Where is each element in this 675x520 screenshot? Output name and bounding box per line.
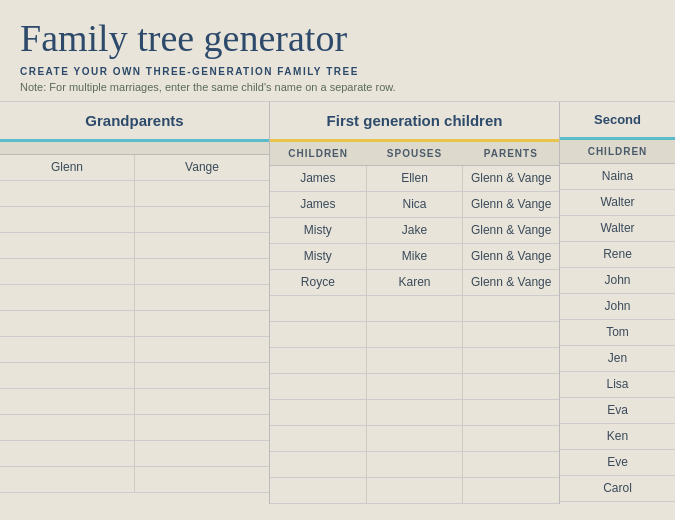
table-row: [0, 259, 269, 285]
table-cell: [0, 415, 135, 440]
table-row: JamesNicaGlenn & Vange: [270, 192, 559, 218]
table-cell: [270, 400, 367, 425]
table-row: [0, 181, 269, 207]
table-row: [0, 441, 269, 467]
table-cell: [135, 259, 269, 284]
table-row: [0, 363, 269, 389]
table-cell: [367, 478, 464, 503]
fg-col-children: CHILDREN: [270, 142, 366, 165]
table-row: RoyceKarenGlenn & Vange: [270, 270, 559, 296]
table-cell: Glenn & Vange: [463, 218, 559, 243]
table-cell: [367, 348, 464, 373]
table-cell: [0, 233, 135, 258]
table-cell: [367, 374, 464, 399]
table-cell: [135, 467, 269, 492]
table-row: [270, 478, 559, 504]
second-gen-col-headers: CHILDREN: [560, 140, 675, 164]
table-row: Carol: [560, 476, 675, 502]
grandparents-header: Grandparents: [0, 102, 269, 142]
table-cell: [367, 426, 464, 451]
table-row: John: [560, 268, 675, 294]
table-row: Eva: [560, 398, 675, 424]
table-cell: [463, 348, 559, 373]
table-row: [270, 374, 559, 400]
table-row: Tom: [560, 320, 675, 346]
table-cell: [367, 296, 464, 321]
table-cell: Mike: [367, 244, 464, 269]
table-cell: [463, 296, 559, 321]
table-cell: [0, 285, 135, 310]
header: Family tree generator CREATE YOUR OWN TH…: [0, 0, 675, 101]
table-cell: [135, 181, 269, 206]
table-cell: John: [560, 294, 675, 319]
table-cell: John: [560, 268, 675, 293]
table-cell: [270, 426, 367, 451]
table-cell: Vange: [135, 155, 269, 180]
table-row: [0, 311, 269, 337]
table-cell: [463, 400, 559, 425]
page-title: Family tree generator: [20, 18, 655, 60]
table-row: [0, 285, 269, 311]
table-row: [270, 426, 559, 452]
table-cell: Glenn & Vange: [463, 244, 559, 269]
table-row: [0, 207, 269, 233]
table-cell: [270, 348, 367, 373]
table-cell: [0, 467, 135, 492]
gp-col1: [0, 142, 135, 154]
table-cell: [367, 322, 464, 347]
grandparents-section: Grandparents GlennVange: [0, 102, 270, 504]
table-cell: [0, 363, 135, 388]
first-gen-rows: JamesEllenGlenn & VangeJamesNicaGlenn & …: [270, 166, 559, 504]
table-row: MistyMikeGlenn & Vange: [270, 244, 559, 270]
table-cell: [135, 337, 269, 362]
table-row: Walter: [560, 190, 675, 216]
table-row: [0, 467, 269, 493]
table-cell: Eva: [560, 398, 675, 423]
table-cell: [367, 400, 464, 425]
table-row: [0, 233, 269, 259]
table-cell: Walter: [560, 216, 675, 241]
second-gen-header: Second: [560, 102, 675, 140]
first-gen-col-headers: CHILDREN SPOUSES PARENTS: [270, 142, 559, 166]
table-cell: [135, 389, 269, 414]
table-cell: Tom: [560, 320, 675, 345]
fg-col-spouses: SPOUSES: [366, 142, 462, 165]
grandparents-rows: GlennVange: [0, 155, 269, 493]
table-cell: [463, 426, 559, 451]
table-cell: Lisa: [560, 372, 675, 397]
table-cell: [463, 374, 559, 399]
table-cell: [135, 285, 269, 310]
table-row: Naina: [560, 164, 675, 190]
table-cell: Jake: [367, 218, 464, 243]
table-row: GlennVange: [0, 155, 269, 181]
fg-col-parents: PARENTS: [463, 142, 559, 165]
table-cell: [0, 181, 135, 206]
sg-col-children: CHILDREN: [560, 140, 675, 163]
table-cell: Misty: [270, 218, 367, 243]
first-gen-header: First generation children: [270, 102, 559, 142]
table-row: Rene: [560, 242, 675, 268]
table-cell: [367, 452, 464, 477]
table-cell: Glenn: [0, 155, 135, 180]
table-row: Walter: [560, 216, 675, 242]
table-row: [0, 337, 269, 363]
table-cell: [270, 478, 367, 503]
table-cell: Walter: [560, 190, 675, 215]
table-row: JamesEllenGlenn & Vange: [270, 166, 559, 192]
table-cell: Naina: [560, 164, 675, 189]
table-row: Jen: [560, 346, 675, 372]
table-cell: [0, 441, 135, 466]
table-cell: [463, 452, 559, 477]
table-cell: Rene: [560, 242, 675, 267]
table-row: [270, 348, 559, 374]
table-row: MistyJakeGlenn & Vange: [270, 218, 559, 244]
table-cell: Ken: [560, 424, 675, 449]
table-row: [0, 389, 269, 415]
table-cell: [135, 363, 269, 388]
table-cell: Royce: [270, 270, 367, 295]
table-cell: Jen: [560, 346, 675, 371]
table-cell: Ellen: [367, 166, 464, 191]
first-gen-section: First generation children CHILDREN SPOUS…: [270, 102, 560, 504]
table-cell: [270, 374, 367, 399]
table-row: [270, 322, 559, 348]
